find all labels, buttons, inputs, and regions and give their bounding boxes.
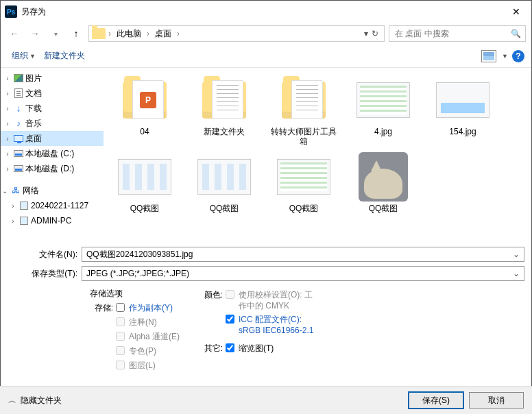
computer-icon xyxy=(20,217,28,225)
help-button[interactable]: ? xyxy=(512,50,524,62)
chevron-right-icon: › xyxy=(177,29,180,38)
chevron-down-icon[interactable]: ⌄ xyxy=(513,249,520,259)
breadcrumb-expand[interactable]: ▾ ↻ xyxy=(364,29,381,38)
toolbar: 组织▼ 新建文件夹 ▼ ? xyxy=(1,45,531,68)
other-heading: 其它: xyxy=(200,343,223,354)
file-item[interactable]: QQ截图 xyxy=(109,151,180,213)
file-grid[interactable]: 04 新建文件夹 转转大师图片工具箱 4.jpg 154.jpg QQ截图 QQ… xyxy=(104,68,531,243)
view-mode-button[interactable] xyxy=(481,50,496,62)
file-item[interactable]: QQ截图 xyxy=(189,151,260,213)
spot-colors-checkbox xyxy=(116,346,125,355)
cancel-button[interactable]: 取消 xyxy=(469,392,524,409)
navigation-tree[interactable]: ›图片 ›文档 ›↓下载 ›♪音乐 ›桌面 ›本地磁盘 (C:) ›本地磁盘 (… xyxy=(1,68,104,243)
nav-forward-button[interactable]: → xyxy=(27,25,43,42)
breadcrumb-this-pc[interactable]: 此电脑 xyxy=(114,28,144,40)
tree-item-music[interactable]: ›♪音乐 xyxy=(1,116,104,131)
layers-label: 图层(L) xyxy=(129,360,156,372)
alpha-channels-checkbox xyxy=(116,332,125,341)
computer-icon xyxy=(20,202,28,210)
color-heading: 颜色: xyxy=(200,289,223,301)
new-folder-button[interactable]: 新建文件夹 xyxy=(40,47,89,64)
search-box[interactable]: 🔍 xyxy=(389,25,526,42)
file-item[interactable]: QQ截图 xyxy=(268,151,339,213)
tree-item-network[interactable]: ⌄🖧网络 xyxy=(1,183,104,198)
filename-input[interactable]: QQ截图20241203093851.jpg⌄ xyxy=(82,247,524,262)
icc-profile-value[interactable]: sRGB IEC61966-2.1 xyxy=(239,325,313,336)
icc-profile-checkbox[interactable] xyxy=(226,315,234,324)
folder-item[interactable]: 新建文件夹 xyxy=(189,75,260,146)
tree-item-disk-d[interactable]: ›本地磁盘 (D:) xyxy=(1,161,104,176)
folder-item[interactable]: 04 xyxy=(109,75,180,146)
file-item[interactable]: 4.jpg xyxy=(348,75,419,146)
search-icon[interactable]: 🔍 xyxy=(511,29,521,38)
save-options: 存储选项 存储:作为副本(Y) 注释(N) Alpha 通道(E) 专色(P) … xyxy=(8,285,524,373)
file-item[interactable]: QQ截图 xyxy=(348,151,419,213)
tree-item-network-node[interactable]: ›ADMIN-PC xyxy=(1,213,104,228)
chevron-right-icon: › xyxy=(147,29,149,38)
tree-item-downloads[interactable]: ›↓下载 xyxy=(1,101,104,116)
downloads-icon: ↓ xyxy=(16,103,21,114)
breadcrumb[interactable]: › 此电脑 › 桌面 › ▾ ↻ xyxy=(88,25,385,42)
save-as-copy-label[interactable]: 作为副本(Y) xyxy=(129,302,173,314)
filename-label: 文件名(N): xyxy=(8,249,82,260)
documents-icon xyxy=(14,88,23,98)
search-input[interactable] xyxy=(394,28,511,39)
use-proof-setup-checkbox xyxy=(226,290,234,299)
annotations-label: 注释(N) xyxy=(129,317,157,328)
tree-item-network-node[interactable]: ›20240221-1127 xyxy=(1,198,104,213)
tree-item-documents[interactable]: ›文档 xyxy=(1,86,104,101)
save-fields: 文件名(N): QQ截图20241203093851.jpg⌄ 保存类型(T):… xyxy=(1,243,531,373)
folder-icon xyxy=(92,28,106,39)
tree-item-desktop[interactable]: ›桌面 xyxy=(1,131,104,146)
use-proof-setup-label: 使用校样设置(O): 工作中的 CMYK xyxy=(239,289,313,311)
filetype-label: 保存类型(T): xyxy=(8,268,82,280)
save-button[interactable]: 保存(S) xyxy=(409,392,463,409)
spot-colors-label: 专色(P) xyxy=(129,345,156,357)
nav-recent-dropdown[interactable]: ▾ xyxy=(47,25,64,42)
save-as-copy-checkbox[interactable] xyxy=(116,303,125,312)
folder-item[interactable]: 转转大师图片工具箱 xyxy=(268,75,339,146)
storage-sublabel: 存储: xyxy=(90,302,113,314)
hide-folders-toggle[interactable]: ︿隐藏文件夹 xyxy=(8,395,62,406)
dialog-footer: ︿隐藏文件夹 保存(S) 取消 xyxy=(0,386,532,414)
chevron-right-icon: › xyxy=(108,29,111,38)
organize-menu[interactable]: 组织▼ xyxy=(8,47,40,64)
disk-icon xyxy=(14,165,23,172)
alpha-channels-label: Alpha 通道(E) xyxy=(129,331,180,343)
title-bar: Ps 另存为 ✕ xyxy=(1,1,531,23)
tree-item-pictures[interactable]: ›图片 xyxy=(1,71,104,86)
breadcrumb-desktop[interactable]: 桌面 xyxy=(152,28,174,40)
close-button[interactable]: ✕ xyxy=(507,5,526,19)
nav-back-button[interactable]: ← xyxy=(6,25,23,42)
desktop-icon xyxy=(14,135,23,142)
thumbnail-checkbox[interactable] xyxy=(226,343,234,352)
network-icon: 🖧 xyxy=(12,186,20,195)
tree-item-disk-c[interactable]: ›本地磁盘 (C:) xyxy=(1,146,104,161)
tree-separator xyxy=(1,176,104,183)
chevron-up-icon: ︿ xyxy=(8,395,16,406)
icc-profile-label[interactable]: ICC 配置文件(C): xyxy=(239,314,313,325)
file-item[interactable]: 154.jpg xyxy=(427,75,498,146)
annotations-checkbox xyxy=(116,317,125,326)
music-icon: ♪ xyxy=(16,119,21,128)
storage-options-heading: 存储选项 xyxy=(90,288,193,300)
window-title: 另存为 xyxy=(21,6,507,18)
view-mode-dropdown[interactable]: ▼ xyxy=(502,53,508,60)
thumbnail-label: 缩览图(T) xyxy=(239,343,274,354)
nav-up-button[interactable]: ↑ xyxy=(68,25,84,42)
disk-icon xyxy=(14,150,23,157)
filetype-select[interactable]: JPEG (*.JPG;*.JPEG;*.JPE)⌄ xyxy=(82,266,524,281)
address-bar: ← → ▾ ↑ › 此电脑 › 桌面 › ▾ ↻ 🔍 xyxy=(1,23,531,45)
chevron-down-icon[interactable]: ⌄ xyxy=(513,269,520,278)
pictures-icon xyxy=(14,74,23,82)
layers-checkbox xyxy=(116,361,125,369)
photoshop-icon: Ps xyxy=(5,5,17,18)
